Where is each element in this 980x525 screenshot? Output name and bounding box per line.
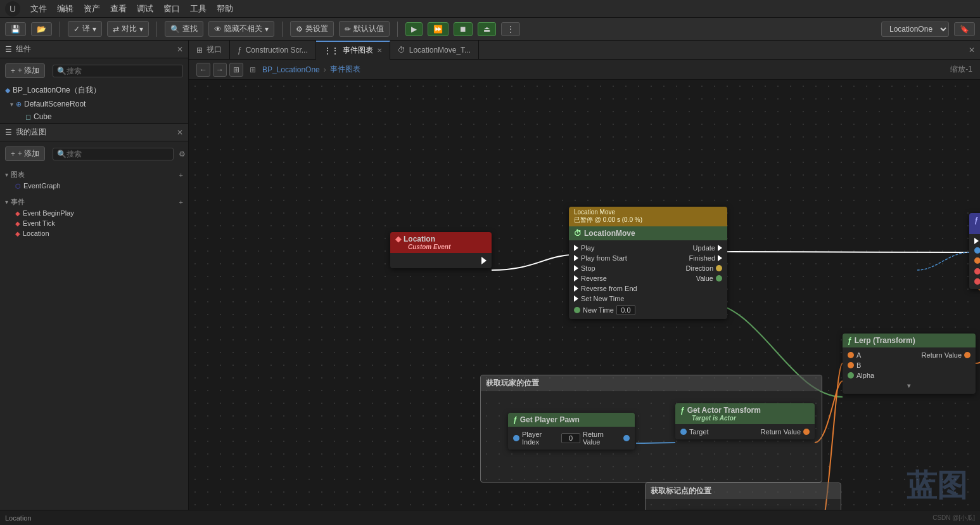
breadcrumb-forward-button[interactable]: → bbox=[213, 63, 227, 77]
component-search-box[interactable]: 🔍 bbox=[53, 65, 183, 77]
more-button[interactable]: ⋮ bbox=[501, 22, 520, 36]
tab-event-graph-close[interactable]: ✕ bbox=[377, 47, 382, 54]
hide-label: 隐藏不相关 bbox=[224, 23, 262, 34]
play-button[interactable]: ▶ bbox=[405, 22, 423, 36]
tree-item-defaultsceneroot[interactable]: ▾ ⊕ DefaultSceneRoot bbox=[0, 98, 188, 110]
lm-reversefromend-row: Reverse from End bbox=[569, 283, 727, 294]
comment-get-marker-pos-label: 获取标记点的位置 bbox=[646, 483, 841, 499]
event-graph-item[interactable]: ⬡ EventGraph bbox=[0, 181, 188, 191]
component-search-input[interactable] bbox=[67, 67, 179, 75]
gpp-playerindex-label: Player Index bbox=[522, 431, 559, 446]
tree-item-cube[interactable]: ◻ Cube bbox=[0, 110, 188, 123]
compile-dropdown[interactable]: ▾ bbox=[92, 25, 96, 34]
lerp-return-label: Return Value bbox=[922, 351, 962, 359]
add-blueprint-button[interactable]: + + 添加 bbox=[5, 146, 45, 161]
eject-button[interactable]: ⏏ bbox=[478, 22, 496, 36]
find-button[interactable]: 🔍 查找 bbox=[165, 21, 203, 37]
breadcrumb-event-graph[interactable]: 事件图表 bbox=[330, 64, 360, 75]
breadcrumb-nav: ← → ⊞ bbox=[196, 63, 243, 77]
set-actor-transform-node[interactable]: ƒ Set Actor Transform Target is Actor bbox=[969, 213, 980, 289]
tab-event-graph[interactable]: ⋮⋮ 事件图表 ✕ bbox=[316, 41, 390, 60]
tree-item-bp-locationone[interactable]: ◆ BP_LocationOne（自我） bbox=[0, 83, 188, 98]
get-actor-transform-player-node[interactable]: ƒ Get Actor Transform Target is Actor Ta… bbox=[675, 403, 815, 439]
open-button[interactable]: 📂 bbox=[31, 22, 52, 36]
save-button[interactable]: 💾 bbox=[5, 22, 26, 36]
tab-locationmove[interactable]: ⏱ LocationMove_T... bbox=[390, 41, 479, 60]
menu-edit[interactable]: 编辑 bbox=[57, 3, 73, 15]
stop-button[interactable]: ⏹ bbox=[454, 22, 473, 36]
bookmark-button[interactable]: 🔖 bbox=[954, 22, 975, 36]
event-location-label: Location bbox=[23, 230, 49, 237]
default-value-button[interactable]: ✏ 默认认值 bbox=[339, 21, 390, 37]
menu-asset[interactable]: 资产 bbox=[84, 3, 100, 15]
blueprint-search-box[interactable]: 🔍 bbox=[53, 148, 174, 160]
location-move-node[interactable]: Location Move已暂停 @ 0.00 s (0.0 %) ⏱ Loca… bbox=[569, 207, 727, 319]
blueprint-canvas[interactable]: ◆ Location Custom Event Location Move已暂停… bbox=[189, 80, 980, 525]
add-event-icon[interactable]: + bbox=[179, 198, 183, 206]
add-graph-icon[interactable]: + bbox=[179, 171, 183, 179]
set-actor-sweep-row: Sweep bbox=[969, 266, 980, 276]
reverse-exec-in bbox=[574, 275, 578, 282]
add-bp-label: + 添加 bbox=[18, 148, 39, 159]
breadcrumb-grid-button[interactable]: ⊞ bbox=[229, 63, 243, 77]
blueprint-search-input[interactable] bbox=[67, 150, 169, 159]
compile-icon: ✓ bbox=[73, 25, 80, 34]
components-close-button[interactable]: ✕ bbox=[177, 45, 183, 54]
gatp-body: Target Return Value bbox=[675, 424, 815, 439]
gpp-playerindex-value[interactable]: 0 bbox=[561, 433, 580, 443]
event-tick-label: Event Tick bbox=[23, 219, 55, 227]
newtime-value[interactable]: 0.0 bbox=[616, 305, 635, 315]
event-location-item[interactable]: ◆ Location bbox=[0, 228, 188, 238]
hide-dropdown[interactable]: ▾ bbox=[265, 25, 269, 34]
scene-icon: ⊕ bbox=[16, 100, 22, 108]
breadcrumb-back-button[interactable]: ← bbox=[196, 63, 210, 77]
lerp-transform-node[interactable]: ƒ Lerp (Transform) A Return Value bbox=[843, 334, 976, 394]
add-component-button[interactable]: + + 添加 bbox=[5, 63, 45, 78]
menu-file[interactable]: 文件 bbox=[30, 3, 47, 15]
add-icon-2: + bbox=[11, 150, 15, 159]
get-player-pawn-node[interactable]: ƒ Get Player Pawn Player Index 0 Return … bbox=[508, 413, 635, 450]
set-actor-exec-row bbox=[969, 237, 980, 245]
set-actor-body: Target Sweep Hit Result New Transform Re… bbox=[969, 234, 980, 289]
gatp-func-icon: ƒ bbox=[680, 406, 685, 415]
hide-icon: 👁 bbox=[214, 25, 222, 34]
events-section-title[interactable]: ▾ 事件 + bbox=[0, 196, 188, 208]
event-diamond-icon: ◆ bbox=[395, 235, 401, 243]
hide-button[interactable]: 👁 隐藏不相关 ▾ bbox=[208, 21, 274, 37]
menu-help[interactable]: 帮助 bbox=[217, 3, 233, 15]
menu-view[interactable]: 查看 bbox=[110, 3, 127, 15]
compare-button[interactable]: ⇄ 对比 ▾ bbox=[107, 21, 149, 37]
my-blueprints-close-button[interactable]: ✕ bbox=[177, 128, 183, 137]
compile-button[interactable]: ✓ 译 ▾ bbox=[68, 21, 102, 37]
menu-window[interactable]: 窗口 bbox=[163, 3, 180, 15]
viewport-icon: ⊞ bbox=[196, 46, 203, 55]
location-dropdown[interactable]: LocationOne bbox=[881, 22, 949, 37]
tab-viewport[interactable]: ⊞ 视口 bbox=[189, 41, 230, 60]
sweep-pin bbox=[974, 268, 980, 275]
menu-debug[interactable]: 调试 bbox=[137, 3, 153, 15]
location-event-node[interactable]: ◆ Location Custom Event bbox=[390, 232, 492, 268]
class-settings-button[interactable]: ⚙ 类设置 bbox=[290, 21, 334, 37]
status-left: Location bbox=[5, 514, 32, 522]
step-button[interactable]: ⏩ bbox=[428, 22, 449, 36]
gatp-target-label: Target bbox=[689, 428, 709, 436]
event-tick-item[interactable]: ◆ Event Tick bbox=[0, 218, 188, 228]
location-move-title: LocationMove bbox=[584, 229, 635, 238]
reverse-label: Reverse bbox=[581, 275, 607, 282]
menu-tools[interactable]: 工具 bbox=[190, 3, 207, 15]
newtime-pin bbox=[574, 307, 580, 313]
tab-construction-label: Construction Scr... bbox=[246, 46, 308, 55]
settings-icon[interactable]: ⚙ bbox=[179, 150, 186, 159]
breadcrumb-bp[interactable]: BP_LocationOne bbox=[262, 65, 320, 74]
location-event-subtitle: Custom Event bbox=[395, 243, 487, 250]
close-panel-icon[interactable]: ✕ bbox=[964, 46, 980, 55]
toolbar-right: LocationOne 🔖 bbox=[881, 22, 975, 37]
breadcrumb: ← → ⊞ ⊞ BP_LocationOne › 事件图表 缩放-1 bbox=[189, 60, 980, 80]
lerp-expand-icon[interactable]: ▾ bbox=[907, 382, 911, 390]
graph-section-title[interactable]: ▾ 图表 + bbox=[0, 169, 188, 181]
tab-construction[interactable]: ƒ Construction Scr... bbox=[230, 41, 316, 60]
compare-dropdown[interactable]: ▾ bbox=[139, 25, 143, 34]
find-icon: 🔍 bbox=[170, 25, 180, 34]
event-beginplay-item[interactable]: ◆ Event BeginPlay bbox=[0, 208, 188, 218]
func-icon: ƒ bbox=[974, 216, 979, 224]
